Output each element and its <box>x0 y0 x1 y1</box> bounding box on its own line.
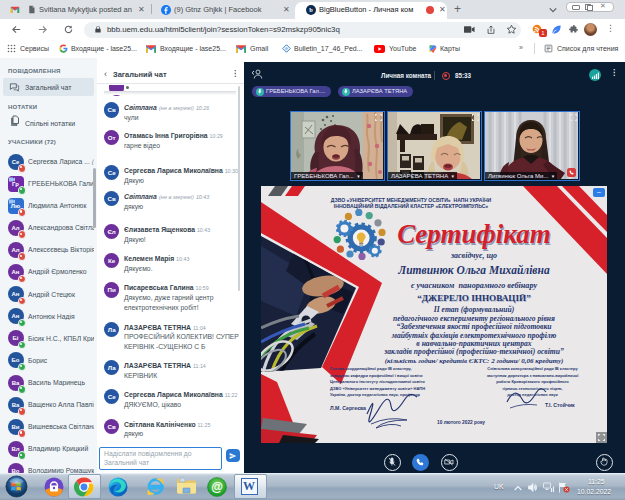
svg-text:@: @ <box>211 480 223 494</box>
svg-text:b: b <box>309 6 313 13</box>
